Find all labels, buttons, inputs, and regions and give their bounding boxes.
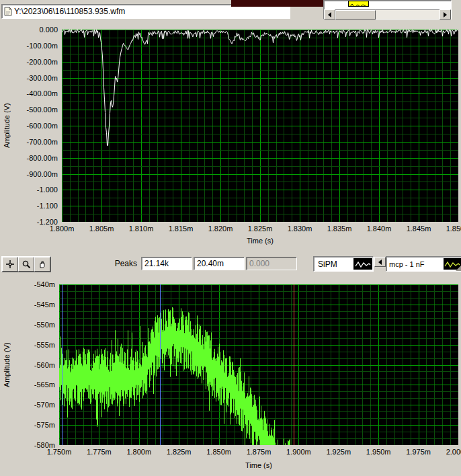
labview-waveform-viewer: { "colors": { "window_bg": "#d4d0c8", "p…	[0, 0, 461, 476]
x-tick-label: 1.805m	[89, 225, 114, 233]
y-tick-label: -900.00m	[0, 170, 58, 178]
x-tick-label: 1.820m	[208, 225, 233, 233]
selected-wfm-highlight[interactable]	[348, 1, 369, 7]
y-tick-label: -560m	[0, 361, 55, 369]
legend-item-label: mcp - 1 nF	[386, 260, 444, 268]
y-tick-label: -555m	[0, 341, 55, 349]
y-tick-label: -1.100	[0, 202, 58, 210]
wfm-path-value[interactable]: Y:\2023\06\16\110853.935.wfm	[14, 7, 290, 16]
y-tick-label: -800.00m	[0, 154, 58, 162]
x-tick-label: 1.950m	[366, 448, 391, 456]
path-browse-icon[interactable]	[2, 7, 14, 16]
x-tick-label: 1.925m	[326, 448, 351, 456]
legend-scroll-left-button[interactable]	[374, 257, 386, 267]
y-tick-label: -600.00m	[0, 122, 58, 130]
legend-item[interactable]: mcp - 1 nF	[386, 256, 461, 272]
list-horizontal-scrollbar[interactable]	[324, 9, 451, 19]
x-tick-label: 1.825m	[167, 448, 192, 456]
cursor-tool-button[interactable]	[2, 257, 18, 272]
graph-tools-palette	[1, 256, 51, 272]
x-tick-label: 1.850m	[446, 225, 461, 233]
hand-icon	[38, 260, 47, 269]
y-tick-label: -580m	[0, 441, 55, 449]
y-tick-label: -200.00m	[0, 58, 58, 66]
list-scroll-left-button[interactable]	[324, 9, 335, 19]
x-tick-label: 1.875m	[247, 448, 271, 456]
x-tick-label: 2.000m	[446, 448, 461, 456]
y-tick-label: -575m	[0, 421, 55, 429]
peak-amplitude-field[interactable]: 20.40m	[194, 257, 245, 270]
corner-grip-icon[interactable]	[456, 265, 461, 271]
clipped-banner	[231, 0, 326, 7]
y-tick-label: -1.000	[0, 186, 58, 194]
y-tick-label: 0.000	[0, 26, 58, 34]
x-axis-title: Time (s)	[59, 461, 458, 469]
x-tick-label: 1.800m	[126, 448, 151, 456]
waveform-zigzag-icon	[353, 258, 372, 270]
pan-tool-button[interactable]	[34, 257, 50, 272]
peak-extra-field: 0.000	[246, 257, 297, 270]
sipm-graph: Amplitude (V) Time (s) 1.800m1.805m1.810…	[0, 22, 461, 255]
x-tick-label: 1.850m	[206, 448, 231, 456]
mcp-plot-area[interactable]	[59, 284, 458, 445]
y-tick-label: -540m	[0, 280, 55, 288]
y-tick-label: -545m	[0, 301, 55, 309]
sipm-plot-area[interactable]	[62, 30, 458, 222]
peak-count-field[interactable]: 21.14k	[141, 257, 192, 270]
crosshair-icon	[5, 260, 15, 269]
y-tick-label: -565m	[0, 381, 55, 389]
x-tick-label: 1.830m	[288, 225, 312, 233]
x-tick-label: 1.840m	[367, 225, 392, 233]
channel-selector-label: SiPM	[314, 260, 353, 269]
graph-toolbar: Peaks 21.14k 20.40m 0.000 SiPM mcp - 1 n…	[0, 255, 461, 274]
list-scrollbar-track[interactable]	[335, 9, 439, 19]
x-axis-title: Time (s)	[62, 237, 458, 245]
list-scrollbar-thumb[interactable]	[335, 10, 376, 19]
y-tick-label: -700.00m	[0, 138, 58, 146]
mcp-graph: Amplitude (V) Time (s) 1.750m1.775m1.800…	[0, 274, 461, 476]
zoom-tool-button[interactable]	[18, 257, 34, 272]
left-arrow-icon	[378, 260, 382, 265]
left-arrow-icon	[328, 12, 331, 17]
wfm-list-control[interactable]	[323, 0, 452, 19]
x-tick-label: 1.825m	[248, 225, 273, 233]
y-tick-label: -100.00m	[0, 42, 58, 50]
x-tick-label: 1.845m	[407, 225, 431, 233]
y-tick-label: -400.00m	[0, 89, 58, 97]
x-tick-label: 1.835m	[327, 225, 352, 233]
y-tick-label: -500.00m	[0, 106, 58, 114]
x-tick-label: 1.810m	[129, 225, 154, 233]
x-tick-label: 1.975m	[406, 448, 431, 456]
channel-selector[interactable]: SiPM	[313, 256, 374, 272]
y-tick-label: -1.200	[0, 218, 58, 226]
right-arrow-icon	[444, 12, 447, 17]
y-tick-label: -550m	[0, 321, 55, 329]
list-scroll-right-button[interactable]	[439, 9, 451, 19]
x-tick-label: 1.900m	[286, 448, 311, 456]
y-tick-label: -570m	[0, 401, 55, 409]
y-tick-label: -300.00m	[0, 74, 58, 82]
x-tick-label: 1.815m	[169, 225, 194, 233]
waveform-zigzag-icon	[349, 2, 367, 7]
magnifier-icon	[22, 260, 31, 269]
peaks-label: Peaks	[106, 259, 137, 268]
x-tick-label: 1.775m	[87, 448, 112, 456]
